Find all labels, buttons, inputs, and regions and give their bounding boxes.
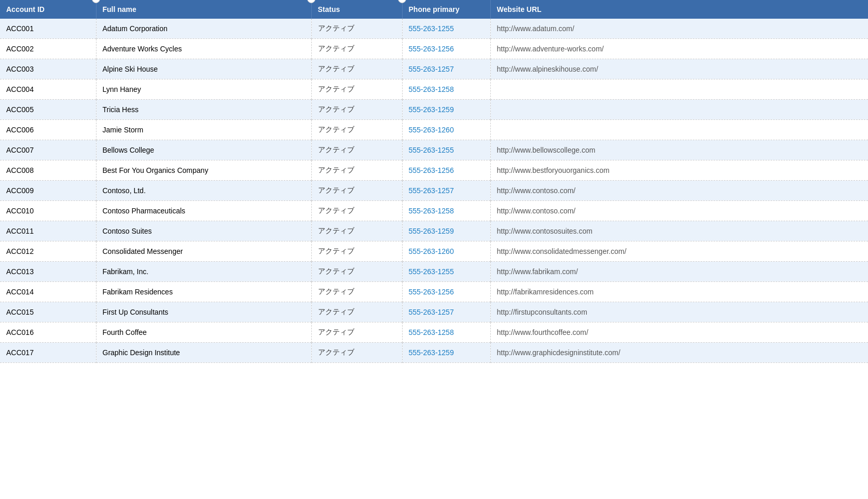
cell-status: アクティブ: [311, 79, 402, 100]
cell-phone[interactable]: 555-263-1255: [402, 262, 490, 282]
table-header-row: Account ID Full name Status Phone primar…: [0, 0, 868, 19]
cell-status: アクティブ: [311, 120, 402, 140]
website-link[interactable]: http://www.adatum.com/: [497, 24, 574, 33]
table-row[interactable]: ACC017Graphic Design Instituteアクティブ555-2…: [0, 343, 868, 363]
cell-status: アクティブ: [311, 343, 402, 363]
table-row[interactable]: ACC012Consolidated Messengerアクティブ555-263…: [0, 241, 868, 262]
col-header-website: Website URL: [490, 0, 868, 19]
website-link[interactable]: http://www.graphicdesigninstitute.com/: [497, 348, 621, 357]
cell-status: アクティブ: [311, 19, 402, 39]
cell-status: アクティブ: [311, 302, 402, 322]
table-row[interactable]: ACC011Contoso Suitesアクティブ555-263-1259htt…: [0, 221, 868, 241]
table-row[interactable]: ACC007Bellows Collegeアクティブ555-263-1255ht…: [0, 140, 868, 160]
phone-link[interactable]: 555-263-1255: [409, 146, 454, 154]
cell-phone[interactable]: 555-263-1257: [402, 59, 490, 79]
cell-website[interactable]: http://www.fourthcoffee.com/: [490, 322, 868, 343]
table-row[interactable]: ACC003Alpine Ski Houseアクティブ555-263-1257h…: [0, 59, 868, 79]
phone-link[interactable]: 555-263-1256: [409, 288, 454, 296]
table-wrapper[interactable]: Account ID Full name Status Phone primar…: [0, 0, 868, 499]
table-row[interactable]: ACC015First Up Consultantsアクティブ555-263-1…: [0, 302, 868, 322]
phone-link[interactable]: 555-263-1258: [409, 328, 454, 336]
phone-link[interactable]: 555-263-1259: [409, 105, 454, 114]
website-link[interactable]: http://www.bellowscollege.com: [497, 146, 596, 154]
cell-full-name: Tricia Hess: [96, 100, 311, 120]
cell-status: アクティブ: [311, 262, 402, 282]
table-row[interactable]: ACC013Fabrikam, Inc.アクティブ555-263-1255htt…: [0, 262, 868, 282]
cell-phone[interactable]: 555-263-1260: [402, 241, 490, 262]
cell-full-name: Alpine Ski House: [96, 59, 311, 79]
phone-link[interactable]: 555-263-1257: [409, 65, 454, 73]
website-link[interactable]: http://www.contoso.com/: [497, 186, 576, 195]
cell-phone[interactable]: 555-263-1257: [402, 302, 490, 322]
cell-website[interactable]: http://www.graphicdesigninstitute.com/: [490, 343, 868, 363]
phone-link[interactable]: 555-263-1260: [409, 126, 454, 134]
phone-link[interactable]: 555-263-1256: [409, 166, 454, 174]
cell-status: アクティブ: [311, 241, 402, 262]
cell-phone[interactable]: 555-263-1260: [402, 120, 490, 140]
cell-website[interactable]: http://www.adventure-works.com/: [490, 39, 868, 59]
cell-phone[interactable]: 555-263-1258: [402, 322, 490, 343]
cell-phone[interactable]: 555-263-1255: [402, 19, 490, 39]
table-row[interactable]: ACC004Lynn Haneyアクティブ555-263-1258: [0, 79, 868, 100]
website-link[interactable]: http://www.adventure-works.com/: [497, 45, 604, 53]
website-link[interactable]: http://www.fourthcoffee.com/: [497, 328, 588, 336]
table-row[interactable]: ACC010Contoso Pharmaceuticalsアクティブ555-26…: [0, 201, 868, 221]
cell-phone[interactable]: 555-263-1258: [402, 201, 490, 221]
cell-phone[interactable]: 555-263-1256: [402, 39, 490, 59]
cell-phone[interactable]: 555-263-1257: [402, 181, 490, 201]
table-row[interactable]: ACC014Fabrikam Residencesアクティブ555-263-12…: [0, 282, 868, 302]
phone-link[interactable]: 555-263-1257: [409, 308, 454, 316]
cell-website: [490, 120, 868, 140]
table-row[interactable]: ACC009Contoso, Ltd.アクティブ555-263-1257http…: [0, 181, 868, 201]
website-link[interactable]: http://www.consolidatedmessenger.com/: [497, 247, 627, 255]
cell-website[interactable]: http://www.contoso.com/: [490, 201, 868, 221]
cell-account-id: ACC014: [0, 282, 96, 302]
website-link[interactable]: http://fabrikamresidences.com: [497, 288, 594, 296]
website-link[interactable]: http://www.bestforyouorganics.com: [497, 166, 610, 174]
cell-website[interactable]: http://www.contososuites.com: [490, 221, 868, 241]
cell-account-id: ACC006: [0, 120, 96, 140]
table-row[interactable]: ACC006Jamie Stormアクティブ555-263-1260: [0, 120, 868, 140]
cell-website[interactable]: http://www.bellowscollege.com: [490, 140, 868, 160]
phone-link[interactable]: 555-263-1256: [409, 45, 454, 53]
table-row[interactable]: ACC016Fourth Coffeeアクティブ555-263-1258http…: [0, 322, 868, 343]
phone-link[interactable]: 555-263-1259: [409, 348, 454, 357]
cell-website[interactable]: http://fabrikamresidences.com: [490, 282, 868, 302]
phone-link[interactable]: 555-263-1260: [409, 247, 454, 255]
cell-account-id: ACC010: [0, 201, 96, 221]
table-row[interactable]: ACC002Adventure Works Cyclesアクティブ555-263…: [0, 39, 868, 59]
cell-phone[interactable]: 555-263-1258: [402, 79, 490, 100]
cell-phone[interactable]: 555-263-1259: [402, 343, 490, 363]
table-row[interactable]: ACC001Adatum Corporationアクティブ555-263-125…: [0, 19, 868, 39]
cell-phone[interactable]: 555-263-1255: [402, 140, 490, 160]
phone-link[interactable]: 555-263-1255: [409, 24, 454, 33]
cell-website[interactable]: http://www.fabrikam.com/: [490, 262, 868, 282]
col-header-account-id: Account ID: [0, 0, 96, 19]
cell-phone[interactable]: 555-263-1256: [402, 160, 490, 181]
cell-website[interactable]: http://www.consolidatedmessenger.com/: [490, 241, 868, 262]
cell-website[interactable]: http://www.alpineskihouse.com/: [490, 59, 868, 79]
cell-website[interactable]: http://www.bestforyouorganics.com: [490, 160, 868, 181]
table-row[interactable]: ACC008Best For You Organics Companyアクティブ…: [0, 160, 868, 181]
table-row[interactable]: ACC005Tricia Hessアクティブ555-263-1259: [0, 100, 868, 120]
website-link[interactable]: http://www.fabrikam.com/: [497, 267, 578, 276]
phone-link[interactable]: 555-263-1259: [409, 227, 454, 235]
phone-link[interactable]: 555-263-1257: [409, 186, 454, 195]
phone-link[interactable]: 555-263-1258: [409, 85, 454, 93]
cell-account-id: ACC013: [0, 262, 96, 282]
cell-phone[interactable]: 555-263-1259: [402, 100, 490, 120]
phone-link[interactable]: 555-263-1258: [409, 207, 454, 215]
cell-phone[interactable]: 555-263-1256: [402, 282, 490, 302]
cell-full-name: Fabrikam, Inc.: [96, 262, 311, 282]
website-link[interactable]: http://www.contoso.com/: [497, 207, 576, 215]
phone-link[interactable]: 555-263-1255: [409, 267, 454, 276]
cell-website[interactable]: http://www.adatum.com/: [490, 19, 868, 39]
cell-website[interactable]: http://firstupconsultants.com: [490, 302, 868, 322]
cell-account-id: ACC012: [0, 241, 96, 262]
website-link[interactable]: http://firstupconsultants.com: [497, 308, 587, 316]
cell-phone[interactable]: 555-263-1259: [402, 221, 490, 241]
cell-website[interactable]: http://www.contoso.com/: [490, 181, 868, 201]
website-link[interactable]: http://www.contososuites.com: [497, 227, 593, 235]
website-link[interactable]: http://www.alpineskihouse.com/: [497, 65, 598, 73]
cell-status: アクティブ: [311, 39, 402, 59]
